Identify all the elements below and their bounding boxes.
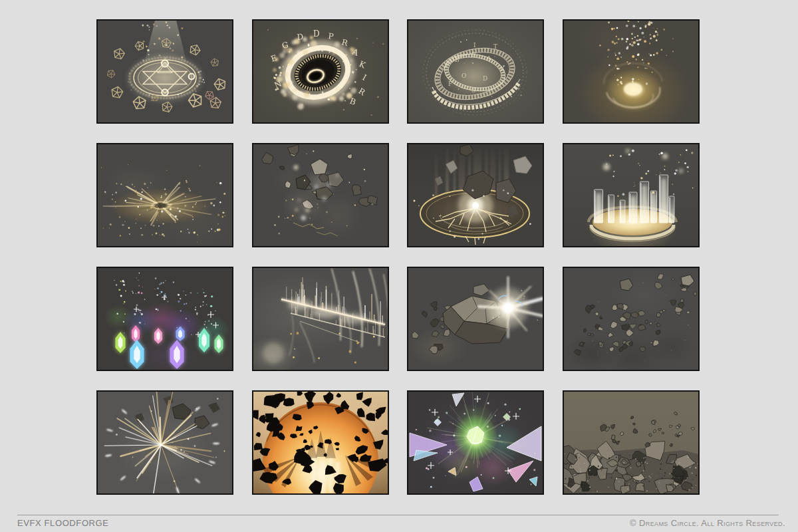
rubble-wall-art (564, 392, 698, 493)
rune-vortex-ring-art: E G D D P R A K I R N B (253, 21, 388, 122)
thumbnail-light-streak-cascade[interactable] (252, 267, 389, 371)
svg-text:G: G (281, 40, 289, 51)
svg-text:S: S (471, 87, 475, 94)
svg-text:R: R (340, 37, 349, 48)
spark-nova-art (98, 392, 232, 493)
thumbnail-rune-ribbon-rings[interactable]: BRA ODK FSIT (407, 19, 544, 124)
thumbnail-rainbow-crystals[interactable] (96, 267, 233, 371)
svg-text:K: K (357, 59, 367, 70)
summoning-circle-art (98, 21, 232, 122)
ground-spark-burst-art (98, 144, 232, 246)
svg-text:R: R (356, 86, 367, 98)
debris-scatter-art (564, 268, 698, 370)
thumbnail-fire-explosion[interactable] (252, 390, 389, 495)
svg-text:I: I (360, 72, 368, 82)
copyright-notice: © Dreams Circle. All Rights Reserved. (630, 518, 785, 528)
svg-text:D: D (313, 29, 320, 39)
rune-ribbon-rings-art: BRA ODK FSIT (408, 21, 543, 122)
thumbnail-rubble-wall[interactable] (563, 390, 700, 495)
thumbnail-shattered-seal-impact[interactable] (407, 143, 544, 247)
prismatic-burst-art (408, 392, 543, 493)
boulder-flash-art (408, 268, 543, 370)
thumbnail-ground-spark-burst[interactable] (96, 143, 233, 247)
thumbnail-rock-smoke-blast[interactable] (252, 143, 389, 247)
svg-text:D: D (297, 32, 304, 42)
site-title: EVFX FLOODFORGE (17, 518, 109, 528)
svg-text:T: T (493, 43, 497, 50)
thumbnail-summoning-circle[interactable] (96, 19, 233, 124)
svg-text:B: B (455, 57, 460, 63)
svg-text:A: A (486, 55, 491, 62)
page: { "page": { "background_color": "#dfdfdf… (0, 0, 798, 532)
thumbnail-grid: E G D D P R A K I R N B (96, 19, 700, 495)
thumbnail-boulder-flash[interactable] (407, 267, 544, 371)
footer-divider (17, 515, 779, 515)
rainbow-crystals-art (98, 268, 232, 370)
fire-explosion-art (253, 392, 388, 493)
svg-text:O: O (462, 72, 466, 79)
thumbnail-crystal-pillar-ring[interactable] (563, 143, 700, 247)
sparkfall-orb-art (564, 21, 698, 122)
thumbnail-sparkfall-orb[interactable] (563, 19, 700, 124)
svg-text:K: K (500, 66, 505, 72)
svg-text:F: F (448, 80, 452, 87)
rock-smoke-blast-art (253, 144, 388, 246)
thumbnail-rune-vortex-ring[interactable]: E G D D P R A K I R N B (252, 19, 389, 124)
svg-text:E: E (269, 53, 278, 64)
svg-text:P: P (327, 31, 334, 41)
light-streak-cascade-art (253, 268, 388, 370)
crystals (116, 325, 223, 369)
thumbnail-prismatic-burst[interactable] (407, 390, 544, 495)
thumbnail-debris-scatter[interactable] (563, 267, 700, 371)
svg-text:R: R (471, 51, 476, 58)
crystal-pillar-ring-art (564, 144, 698, 246)
svg-text:I: I (473, 42, 476, 49)
thumbnail-spark-nova[interactable] (96, 390, 233, 495)
shattered-seal-impact-art (408, 144, 543, 246)
svg-text:D: D (483, 75, 487, 82)
